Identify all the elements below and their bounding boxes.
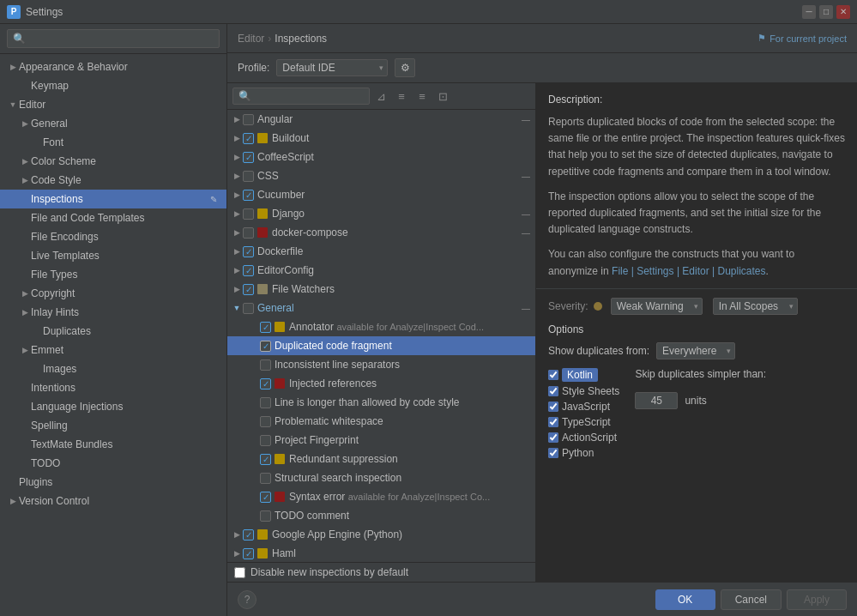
- list-item[interactable]: ▶ EditorConfig: [227, 261, 535, 280]
- sidebar-item-color-scheme[interactable]: Color Scheme: [0, 152, 226, 171]
- sidebar-item-textmate-bundles[interactable]: TextMate Bundles: [0, 435, 226, 454]
- list-item[interactable]: ▶ Angular —: [227, 110, 535, 129]
- python-checkbox[interactable]: [548, 448, 558, 458]
- sidebar-item-appearance[interactable]: Appearance & Behavior: [0, 57, 226, 76]
- maximize-button[interactable]: □: [819, 5, 833, 19]
- ok-button[interactable]: OK: [655, 589, 715, 610]
- list-item[interactable]: Problematic whitespace: [227, 412, 535, 431]
- expand-all-button[interactable]: ≡: [392, 87, 411, 106]
- sidebar-item-images[interactable]: Images: [0, 359, 226, 378]
- filter-button[interactable]: ⊿: [371, 87, 390, 106]
- list-item[interactable]: ▶ CSS —: [227, 166, 535, 185]
- category-checkbox[interactable]: [243, 548, 254, 559]
- category-checkbox[interactable]: [243, 152, 254, 163]
- list-item[interactable]: ▶ Django —: [227, 204, 535, 223]
- sidebar-item-keymap[interactable]: Keymap: [0, 76, 226, 95]
- sidebar-search-input[interactable]: [7, 29, 220, 48]
- item-checkbox[interactable]: [260, 378, 271, 390]
- help-button[interactable]: ?: [238, 590, 256, 609]
- sidebar-item-emmet[interactable]: Emmet: [0, 341, 226, 359]
- sidebar-item-file-encodings[interactable]: File Encodings: [0, 227, 226, 246]
- minimize-button[interactable]: ─: [802, 5, 816, 19]
- list-item[interactable]: TODO comment: [227, 506, 535, 525]
- category-checkbox[interactable]: [243, 208, 254, 220]
- profile-select[interactable]: Default IDE: [276, 59, 388, 76]
- sidebar-item-font[interactable]: Font: [0, 133, 226, 152]
- sidebar-item-general[interactable]: General: [0, 114, 226, 133]
- typescript-checkbox[interactable]: [548, 417, 558, 427]
- list-item[interactable]: Structural search inspection: [227, 468, 535, 487]
- for-current-project[interactable]: ⚑ For current project: [757, 33, 847, 44]
- sidebar-item-file-types[interactable]: File Types: [0, 265, 226, 284]
- javascript-checkbox[interactable]: [548, 402, 558, 412]
- list-item[interactable]: ▶ docker-compose —: [227, 223, 535, 242]
- list-item[interactable]: Inconsistent line separators: [227, 355, 535, 374]
- list-search-input[interactable]: [232, 88, 370, 105]
- list-item[interactable]: ▶ Google App Engine (Python): [227, 525, 535, 544]
- category-checkbox[interactable]: [243, 284, 254, 295]
- list-item[interactable]: ▶ Cucumber: [227, 185, 535, 204]
- list-item[interactable]: Duplicated code fragment: [227, 336, 535, 355]
- sidebar-item-intentions[interactable]: Intentions: [0, 378, 226, 397]
- sidebar-item-editor[interactable]: Editor: [0, 95, 226, 114]
- category-checkbox[interactable]: [243, 133, 254, 144]
- item-checkbox[interactable]: [260, 341, 271, 352]
- list-item[interactable]: Annotator available for Analyze|Inspect …: [227, 317, 535, 336]
- sidebar-item-file-code-templates[interactable]: File and Code Templates ✎: [0, 208, 226, 227]
- sidebar-item-duplicates[interactable]: Duplicates: [0, 322, 226, 341]
- category-checkbox[interactable]: [243, 114, 254, 125]
- list-item[interactable]: ▶ File Watchers: [227, 280, 535, 299]
- skip-value-input[interactable]: [635, 392, 678, 409]
- sidebar-item-inspections[interactable]: Inspections ✎: [0, 190, 226, 208]
- list-item[interactable]: ▶ Dockerfile: [227, 242, 535, 261]
- sidebar-item-language-injections[interactable]: Language Injections ✎: [0, 397, 226, 416]
- scope-select[interactable]: In All Scopes: [713, 298, 798, 315]
- show-diff-button[interactable]: ⊡: [433, 87, 452, 106]
- sidebar-item-code-style[interactable]: Code Style ✎: [0, 171, 226, 190]
- category-checkbox[interactable]: [243, 246, 254, 257]
- cancel-button[interactable]: Cancel: [721, 589, 782, 610]
- sidebar-item-live-templates[interactable]: Live Templates: [0, 246, 226, 265]
- collapse-all-button[interactable]: ≡: [413, 87, 432, 106]
- disable-new-checkbox[interactable]: [234, 567, 245, 578]
- item-checkbox[interactable]: [260, 435, 271, 446]
- sidebar-item-inlay-hints[interactable]: Inlay Hints: [0, 303, 226, 322]
- list-item[interactable]: ▶ Buildout: [227, 129, 535, 148]
- style-sheets-checkbox[interactable]: [548, 386, 558, 396]
- close-button[interactable]: ✕: [836, 5, 850, 19]
- list-item[interactable]: ▶ CoffeeScript: [227, 148, 535, 166]
- item-checkbox[interactable]: [260, 397, 271, 408]
- category-checkbox[interactable]: [243, 227, 254, 239]
- category-checkbox[interactable]: [243, 303, 254, 314]
- gear-button[interactable]: ⚙: [395, 58, 415, 77]
- sidebar-item-todo[interactable]: TODO: [0, 454, 226, 473]
- actionscript-checkbox[interactable]: [548, 432, 558, 443]
- category-checkbox[interactable]: [243, 171, 254, 182]
- sidebar-item-spelling[interactable]: Spelling ✎: [0, 416, 226, 435]
- list-item[interactable]: Line is longer than allowed by code styl…: [227, 393, 535, 412]
- list-item[interactable]: ▶ Haml: [227, 544, 535, 562]
- item-checkbox[interactable]: [260, 492, 271, 503]
- list-item[interactable]: Redundant suppression: [227, 450, 535, 468]
- item-checkbox[interactable]: [260, 416, 271, 427]
- item-checkbox[interactable]: [260, 322, 271, 333]
- item-checkbox[interactable]: [260, 510, 271, 522]
- severity-select[interactable]: Weak Warning: [611, 298, 703, 315]
- list-item[interactable]: Syntax error available for Analyze|Inspe…: [227, 487, 535, 506]
- category-checkbox[interactable]: [243, 529, 254, 541]
- list-item[interactable]: Injected references: [227, 374, 535, 393]
- show-duplicates-select[interactable]: Everywhere: [656, 342, 735, 359]
- duplicates-link[interactable]: File | Settings | Editor | Duplicates: [612, 265, 765, 277]
- category-checkbox[interactable]: [243, 190, 254, 201]
- sidebar-item-copyright[interactable]: Copyright: [0, 284, 226, 303]
- item-checkbox[interactable]: [260, 454, 271, 465]
- category-checkbox[interactable]: [243, 265, 254, 276]
- item-checkbox[interactable]: [260, 359, 271, 371]
- kotlin-checkbox[interactable]: [548, 370, 558, 380]
- apply-button[interactable]: Apply: [787, 589, 847, 610]
- sidebar-item-version-control[interactable]: Version Control ✎: [0, 492, 226, 510]
- list-item[interactable]: ▼ General —: [227, 299, 535, 317]
- list-item[interactable]: Project Fingerprint: [227, 431, 535, 450]
- item-checkbox[interactable]: [260, 473, 271, 484]
- sidebar-item-plugins[interactable]: Plugins: [0, 473, 226, 492]
